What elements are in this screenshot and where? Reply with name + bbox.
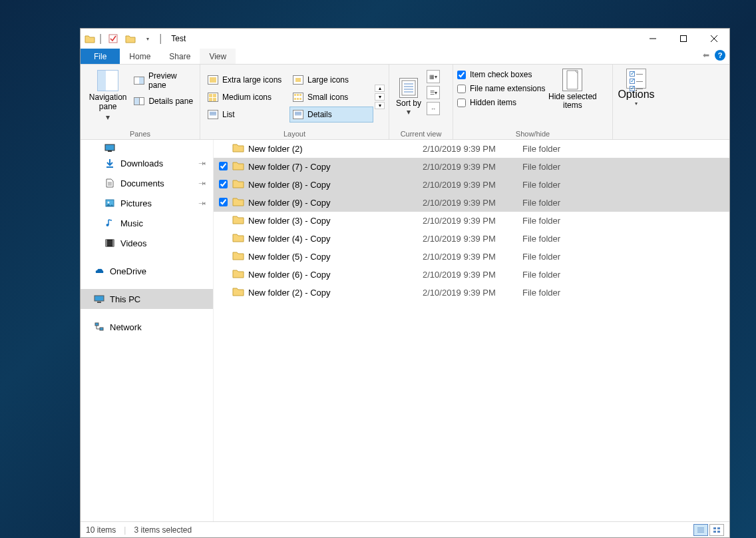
sidebar-item-onedrive[interactable]: OneDrive: [81, 261, 213, 281]
svg-rect-29: [713, 527, 716, 529]
navigation-pane[interactable]: Desktop Downloads📌︎ Documents📌︎ Pictures…: [81, 140, 214, 521]
preview-pane-icon: [134, 77, 144, 85]
file-name: New folder (5) - Copy: [247, 248, 423, 266]
list-icon: [208, 110, 218, 119]
medium-icons-icon: [208, 93, 218, 102]
svg-rect-32: [717, 531, 720, 533]
svg-rect-2: [681, 36, 687, 42]
onedrive-icon: [94, 266, 104, 276]
svg-rect-21: [112, 240, 114, 246]
status-item-count: 10 items: [86, 525, 116, 535]
network-icon: [94, 322, 104, 332]
folder-icon: [232, 160, 244, 171]
layout-large-icons[interactable]: Large icons: [289, 72, 373, 88]
pictures-icon: [104, 198, 115, 208]
help-icon[interactable]: ?: [715, 50, 725, 61]
row-checkbox[interactable]: [219, 180, 228, 188]
sidebar-item-downloads[interactable]: Downloads📌︎: [81, 153, 213, 173]
layout-expand[interactable]: ▾: [375, 102, 385, 109]
file-name: New folder (6) - Copy: [247, 266, 423, 284]
layout-medium-icons[interactable]: Medium icons: [204, 89, 288, 105]
table-row[interactable]: New folder (5) - Copy2/10/2019 9:39 PMFi…: [214, 248, 729, 266]
tab-file[interactable]: File: [81, 49, 120, 64]
sidebar-item-documents[interactable]: Documents📌︎: [81, 173, 213, 193]
file-modified: 2/10/2019 9:39 PM: [423, 212, 522, 230]
table-row[interactable]: New folder (3) - Copy2/10/2019 9:39 PMFi…: [214, 212, 729, 230]
tab-view[interactable]: View: [200, 49, 236, 64]
sidebar-item-network[interactable]: Network: [81, 317, 213, 337]
navigation-pane-label: Navigation pane: [85, 93, 131, 111]
file-type: File folder: [522, 266, 729, 284]
file-name-extensions-toggle[interactable]: File name extensions: [457, 84, 545, 93]
item-check-boxes-toggle[interactable]: Item check boxes: [457, 70, 545, 79]
sidebar-item-music[interactable]: Music: [81, 213, 213, 233]
videos-label: Videos: [120, 238, 147, 248]
table-row[interactable]: New folder (6) - Copy2/10/2019 9:39 PMFi…: [214, 266, 729, 284]
details-icon: [293, 110, 303, 119]
group-label-layout: Layout: [200, 130, 389, 139]
details-pane-button[interactable]: Details pane: [134, 97, 196, 106]
documents-icon: [104, 178, 115, 188]
chevron-down-icon: ▾: [106, 113, 110, 122]
table-row[interactable]: New folder (8) - Copy2/10/2019 9:39 PMFi…: [214, 176, 729, 194]
large-icons-icon: [293, 75, 303, 85]
group-by-button[interactable]: ☰▾: [427, 86, 440, 99]
folder-icon: [232, 142, 244, 153]
file-modified: 2/10/2019 9:39 PM: [423, 230, 522, 248]
row-checkbox[interactable]: [219, 198, 228, 206]
layout-list[interactable]: List: [204, 107, 288, 123]
hide-selected-items-button[interactable]: Hide selected items: [545, 67, 600, 127]
add-columns-button[interactable]: ▦︎▾: [427, 70, 440, 83]
file-modified: 2/10/2019 9:39 PM: [423, 266, 522, 284]
hide-selected-items-label: Hide selected items: [545, 93, 600, 110]
navigation-pane-button[interactable]: Navigation pane ▾: [85, 67, 131, 127]
row-checkbox[interactable]: [219, 162, 228, 170]
pin-icon: 📌︎: [196, 177, 208, 189]
group-label-show-hide: Show/hide: [453, 130, 612, 139]
options-button[interactable]: Options ▾: [617, 67, 656, 127]
group-label-panes: Panes: [81, 130, 200, 139]
size-columns-button[interactable]: ↔︎: [427, 102, 440, 115]
view-mode-large-button[interactable]: [709, 524, 724, 536]
sidebar-item-pictures[interactable]: Pictures📌︎: [81, 193, 213, 213]
close-button[interactable]: [699, 29, 729, 49]
file-modified: 2/10/2019 9:39 PM: [423, 158, 522, 176]
layout-extra-large-icons[interactable]: Extra large icons: [204, 72, 288, 88]
documents-label: Documents: [120, 178, 164, 188]
maximize-button[interactable]: [668, 29, 699, 49]
svg-rect-5: [402, 81, 415, 95]
sidebar-item-thispc[interactable]: This PC: [81, 289, 213, 309]
group-label-current-view: Current view: [389, 130, 453, 139]
minimize-ribbon-icon[interactable]: ⬅︎: [703, 51, 709, 60]
svg-rect-31: [713, 531, 716, 533]
table-row[interactable]: New folder (9) - Copy2/10/2019 9:39 PMFi…: [214, 194, 729, 212]
table-row[interactable]: New folder (4) - Copy2/10/2019 9:39 PMFi…: [214, 230, 729, 248]
qat-newfolder-button[interactable]: [123, 31, 138, 46]
table-row[interactable]: New folder (2)2/10/2019 9:39 PMFile fold…: [214, 140, 729, 158]
preview-pane-button[interactable]: Preview pane: [134, 71, 196, 90]
layout-scroll-down[interactable]: ▾: [375, 93, 385, 101]
qat-customize-button[interactable]: ▾: [140, 31, 155, 46]
sidebar-item-videos[interactable]: Videos: [81, 233, 213, 253]
pin-icon: 📌︎: [196, 157, 208, 169]
layout-scroll-up[interactable]: ▴: [375, 85, 385, 92]
downloads-icon: [104, 158, 115, 168]
table-row[interactable]: New folder (7) - Copy2/10/2019 9:39 PMFi…: [214, 158, 729, 176]
layout-details[interactable]: Details: [289, 107, 373, 123]
pictures-label: Pictures: [120, 198, 152, 208]
tab-home[interactable]: Home: [120, 49, 160, 64]
qat-properties-button[interactable]: [106, 31, 120, 46]
tab-share[interactable]: Share: [160, 49, 200, 64]
svg-rect-30: [717, 527, 720, 529]
sidebar-item-desktop[interactable]: Desktop: [81, 141, 213, 153]
minimize-button[interactable]: [638, 29, 668, 49]
table-row[interactable]: New folder (2) - Copy2/10/2019 9:39 PMFi…: [214, 284, 729, 302]
view-mode-details-button[interactable]: [693, 524, 708, 536]
sort-by-button[interactable]: Sort by ▾: [393, 67, 424, 127]
ribbon-tabs: File Home Share View ⬅︎ ?: [81, 49, 729, 65]
svg-rect-22: [94, 296, 104, 301]
file-list[interactable]: New folder (2)2/10/2019 9:39 PMFile fold…: [214, 140, 729, 521]
layout-small-icons[interactable]: Small icons: [289, 89, 373, 105]
hidden-items-toggle[interactable]: Hidden items: [457, 98, 545, 107]
svg-rect-10: [105, 144, 114, 150]
